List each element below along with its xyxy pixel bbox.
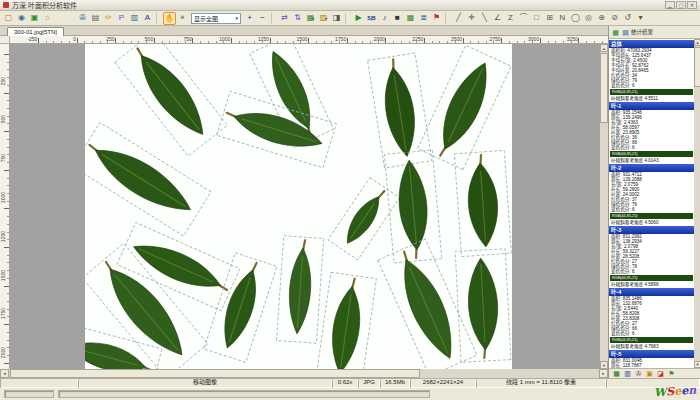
horizontal-scrollbar[interactable]: ◄ ► [0,369,608,378]
view-mode-dropdown[interactable]: 显示全图▾ [191,13,241,24]
window-title: 万深 叶面积分析软件 [12,0,664,10]
h-ruler-label: 1250 [239,36,269,42]
vertical-scrollbar[interactable]: ▲ ▼ [600,44,608,369]
count-tool-icon[interactable]: N [556,12,569,25]
close-button[interactable]: ✕ [687,1,697,9]
leaf-midrib [146,62,199,130]
ring-tool-icon[interactable]: ◎ [582,12,595,25]
save-icon[interactable]: ✇ [76,12,89,25]
hatch-grid-icon[interactable]: ▨▾ [317,12,330,25]
copy-results-icon[interactable]: ▣ [644,369,655,378]
results-list[interactable]: 总体面积和: 47093.2934平均周长: 125.6437平均长/宽: 2.… [609,39,694,368]
exclude-tool-icon[interactable]: ⊘ [608,12,621,25]
angle-tool-icon[interactable]: ∠ [491,12,504,25]
leaf-object[interactable] [316,272,376,369]
export-excel-icon[interactable]: ▦ [611,369,622,378]
marker-icon[interactable]: ♪ [378,12,391,25]
vertical-scroll-thumb[interactable] [600,53,608,123]
section-header[interactable]: 叶-5 [609,350,694,358]
flag-palette-icon[interactable]: ⚑ [430,12,443,25]
app-icon [3,2,9,8]
line-tool-icon[interactable]: ╱ [452,12,465,25]
minimize-button[interactable]: ▁ [665,1,675,9]
results-chart-icon[interactable]: ◪ [655,369,666,378]
results-sheet-icon[interactable]: ▤ [621,28,630,37]
swap-horizontal-icon[interactable]: ⇄ [278,12,291,25]
workspace-canvas[interactable] [10,44,600,369]
leaf-image[interactable] [85,44,512,369]
results-scroll-up-arrow[interactable]: ▲ [694,39,700,46]
fill-swatch-icon[interactable]: ■ [391,12,404,25]
toolbar-separator [345,13,350,24]
undo-icon[interactable]: ↺ [621,12,634,25]
zoom-out-icon[interactable]: − [256,12,269,25]
status-file-format: JPG [358,378,380,388]
stat-row: 蓝色色分: 6 [609,145,694,150]
horizontal-scroll-thumb[interactable] [10,369,420,378]
pencil-edit-icon[interactable]: ✏ [102,12,115,25]
clipboard-icon[interactable]: ▥ [128,12,141,25]
maximize-button[interactable]: ▢ [676,1,686,9]
open-folder-icon[interactable]: ⌂ [41,12,54,25]
target-tool-icon[interactable]: ⊕ [595,12,608,25]
v-ruler-label: 250 [0,77,6,85]
rect-tool-icon[interactable]: □ [530,12,543,25]
zoom-in-icon[interactable]: + [243,12,256,25]
monitor-icon[interactable]: ▣ [28,12,41,25]
section-header[interactable]: 总体 [609,40,694,48]
circle-tool-icon[interactable]: ◯ [569,12,582,25]
p-tool-icon[interactable]: P [115,12,128,25]
green-grid-icon[interactable]: ▦▾ [304,12,317,25]
swap-vertical-icon[interactable]: ⇅ [291,12,304,25]
status-hint: 移动图像 [78,378,332,388]
scroll-right-arrow[interactable]: ► [599,369,608,378]
scroll-left-arrow[interactable]: ◄ [0,369,9,378]
leaf-object[interactable] [85,122,211,236]
leaf-object[interactable] [204,253,277,363]
toolbar-separator [445,13,450,24]
scroll-down-arrow[interactable]: ▼ [600,361,608,369]
region-grid-icon[interactable]: ⊞ [543,12,556,25]
leaf-object[interactable] [217,91,337,167]
leaf-object[interactable] [454,150,511,256]
section-header[interactable]: 叶-3 [609,226,694,234]
split-view-icon[interactable]: ◨ [330,12,343,25]
results-scroll-down-arrow[interactable]: ▼ [694,361,700,368]
tab-image-file[interactable]: 300-01.jpg[5TN] [7,27,64,36]
results-scroll-thumb[interactable] [694,47,700,87]
leaf-object[interactable] [455,249,511,362]
v-ruler-label: 2000 [0,347,6,358]
view-mode-value: 显示全图 [194,14,235,23]
zigzag-tool-icon[interactable]: Z [504,12,517,25]
results-scrollbar[interactable]: ▲ ▼ [694,39,700,368]
analyze-run-icon[interactable]: ▶ [352,12,365,25]
print-icon[interactable]: ▤ [89,12,102,25]
leaf-object[interactable] [276,236,323,344]
hand-pan-tool-icon[interactable]: ✋ [163,12,176,25]
cross-tool-icon[interactable]: ✛ [465,12,478,25]
picker-tool-icon[interactable]: ⌖ [176,12,189,25]
list-icon[interactable]: ≣ [417,12,430,25]
scroll-up-arrow[interactable]: ▲ [600,44,608,52]
new-image-icon[interactable]: ▢ [2,12,15,25]
text-tool-icon[interactable]: A [141,12,154,25]
stat-row: 蓝色色分: 6 [609,207,694,212]
leaf-object[interactable] [378,239,477,369]
section-header[interactable]: 叶-2 [609,164,694,172]
backslash-tool-icon[interactable]: ╲ [478,12,491,25]
leaf-object[interactable] [328,178,400,260]
tilt-row: 叶倾斜参考角度 4.5060 [609,220,694,225]
table-icon[interactable]: ▦ [404,12,417,25]
arc-tool-icon[interactable]: ⌒ [517,12,530,25]
sb-toggle-button[interactable]: S|B [365,12,378,25]
section-header[interactable]: 叶-4 [609,288,694,296]
leaf-object[interactable] [115,44,228,156]
h-ruler-label: 250 [85,36,115,42]
results-flag-icon[interactable]: ⚑ [666,369,677,378]
camera-capture-icon[interactable]: ◉ [15,12,28,25]
save-results-icon[interactable]: ✇ [633,369,644,378]
more-tools-icon[interactable]: ▾ [634,12,647,25]
section-header[interactable]: 叶-1 [609,102,694,110]
results-grid-icon[interactable]: ▦ [611,28,620,37]
export-table-icon[interactable]: ▥ [622,369,633,378]
